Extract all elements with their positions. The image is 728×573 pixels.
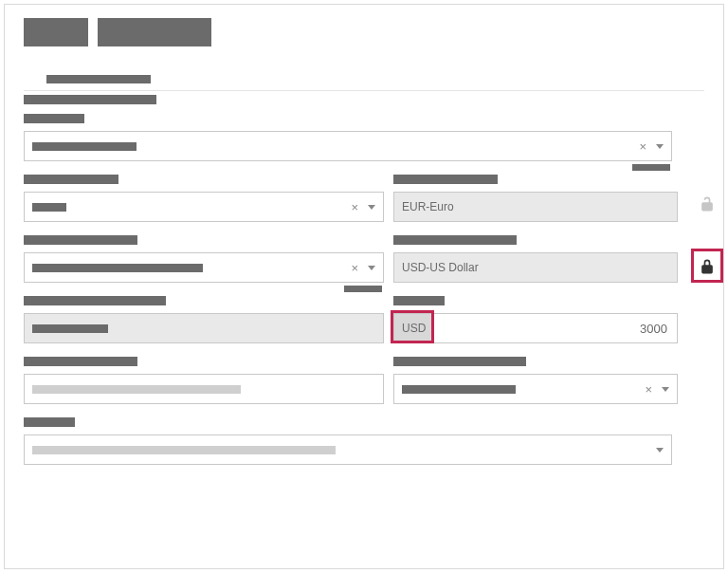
section-title bbox=[24, 95, 156, 104]
chevron-down-icon bbox=[368, 266, 375, 270]
text-field-1[interactable] bbox=[24, 374, 384, 404]
clear-icon[interactable]: × bbox=[641, 382, 656, 397]
field-label bbox=[24, 175, 118, 184]
placeholder bbox=[32, 385, 241, 394]
field-label bbox=[24, 114, 84, 123]
field-label bbox=[24, 235, 137, 245]
field-label bbox=[393, 235, 517, 245]
chevron-down-icon bbox=[656, 448, 664, 453]
clear-icon[interactable]: × bbox=[635, 139, 650, 154]
unlock-icon bbox=[698, 194, 717, 213]
field-value bbox=[32, 324, 108, 333]
field-label bbox=[393, 357, 526, 366]
lock-icon bbox=[698, 257, 717, 276]
chevron-down-icon bbox=[656, 144, 664, 149]
tab-active[interactable] bbox=[46, 75, 151, 83]
field-label bbox=[24, 417, 75, 427]
amount-field[interactable]: USD 3000 bbox=[393, 313, 678, 343]
helper-text bbox=[344, 286, 382, 292]
clear-icon[interactable]: × bbox=[347, 200, 362, 214]
currency-prefix: USD bbox=[393, 313, 434, 343]
helper-text bbox=[632, 164, 670, 171]
header-actions bbox=[24, 18, 704, 46]
field-label bbox=[393, 175, 498, 184]
form-panel: × × EUR-Euro bbox=[4, 4, 724, 569]
origin-currency-field: EUR-Euro bbox=[393, 192, 678, 222]
field-value bbox=[32, 142, 136, 151]
tabs bbox=[24, 75, 704, 88]
lock-toggle-unlocked[interactable] bbox=[695, 192, 719, 216]
chevron-down-icon bbox=[662, 387, 669, 392]
select-field-5[interactable] bbox=[24, 434, 672, 465]
destination-currency-value: USD-US Dollar bbox=[402, 261, 479, 274]
clear-icon[interactable]: × bbox=[347, 261, 362, 275]
select-field-1[interactable]: × bbox=[24, 131, 672, 161]
tabs-underline bbox=[24, 90, 704, 91]
chevron-down-icon bbox=[368, 205, 375, 210]
field-label bbox=[24, 296, 166, 305]
select-field-3[interactable]: × bbox=[24, 252, 384, 283]
field-value bbox=[32, 203, 66, 212]
action-button-2[interactable] bbox=[98, 18, 211, 46]
readonly-field-1 bbox=[24, 313, 384, 343]
amount-input[interactable]: 3000 bbox=[433, 313, 678, 343]
origin-currency-value: EUR-Euro bbox=[402, 200, 454, 213]
destination-currency-field: USD-US Dollar bbox=[393, 252, 678, 283]
lock-toggle-locked[interactable] bbox=[695, 254, 719, 279]
field-label bbox=[393, 296, 445, 305]
select-field-4[interactable]: × bbox=[393, 374, 678, 404]
field-value bbox=[32, 264, 203, 272]
select-field-2[interactable]: × bbox=[24, 192, 384, 222]
field-label bbox=[24, 357, 137, 366]
placeholder bbox=[32, 446, 336, 454]
action-button-1[interactable] bbox=[24, 18, 88, 46]
field-value bbox=[402, 385, 516, 394]
